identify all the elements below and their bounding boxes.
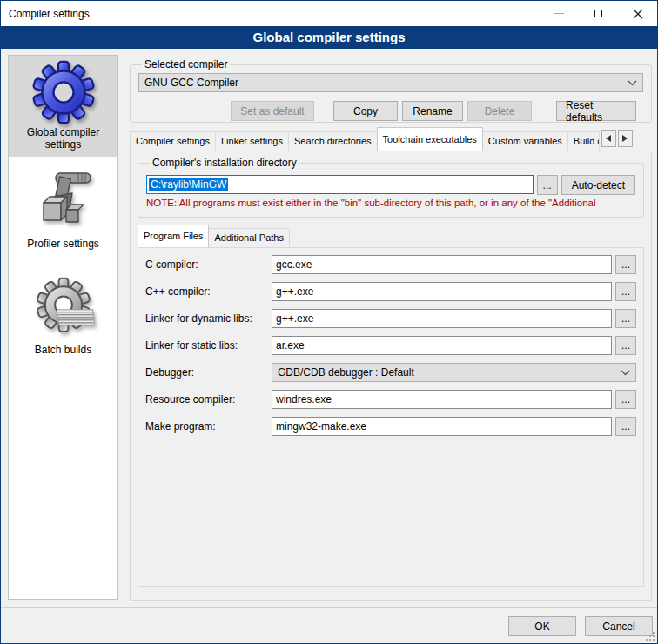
arrow-right-icon xyxy=(621,134,628,143)
static-linker-row: Linker for static libs: ar.exe ... xyxy=(145,336,636,355)
window-controls xyxy=(540,1,657,26)
c-compiler-row: C compiler: gcc.exe ... xyxy=(145,255,636,274)
tab-compiler-settings[interactable]: Compiler settings xyxy=(130,131,216,151)
gear-stack-icon xyxy=(32,274,95,342)
cpp-compiler-label: C++ compiler: xyxy=(145,285,272,298)
tab-scroll-left-button[interactable] xyxy=(601,130,616,147)
settings-category-list: Global compiler settings Profil xyxy=(8,55,118,600)
tab-build-options[interactable]: Build options xyxy=(567,131,600,151)
tab-search-directories[interactable]: Search directories xyxy=(288,131,378,151)
auto-detect-button[interactable]: Auto-detect xyxy=(561,175,635,195)
resource-compiler-browse-button[interactable]: ... xyxy=(615,390,636,409)
window-title: Compiler settings xyxy=(9,8,90,20)
make-program-browse-button[interactable]: ... xyxy=(615,417,636,436)
dialog-buttons: OK Cancel xyxy=(508,616,653,636)
delete-button[interactable]: Delete xyxy=(467,101,532,121)
rename-button[interactable]: Rename xyxy=(402,101,463,121)
debugger-label: Debugger: xyxy=(145,366,272,379)
make-program-row: Make program: mingw32-make.exe ... xyxy=(145,417,636,436)
footer-divider xyxy=(1,607,657,608)
sidebar-item-label: Global compiler settings xyxy=(11,126,115,151)
make-program-input[interactable]: mingw32-make.exe xyxy=(272,417,612,436)
titlebar[interactable]: Compiler settings xyxy=(1,1,657,26)
debugger-row: Debugger: GDB/CDB debugger : Default xyxy=(145,363,636,382)
close-icon xyxy=(633,9,643,19)
c-compiler-browse-button[interactable]: ... xyxy=(615,255,636,274)
chevron-down-icon xyxy=(621,370,630,376)
minimize-icon xyxy=(554,13,564,14)
resize-grip-icon[interactable] xyxy=(645,631,655,641)
copy-button[interactable]: Copy xyxy=(333,101,398,121)
main-panel: Selected compiler GNU GCC Compiler Set a… xyxy=(128,55,654,601)
chevron-down-icon xyxy=(628,80,637,86)
sidebar-item-batch-builds[interactable]: Batch builds xyxy=(9,270,118,362)
make-program-label: Make program: xyxy=(145,420,272,433)
tab-linker-settings[interactable]: Linker settings xyxy=(215,131,289,151)
sidebar-item-label: Batch builds xyxy=(35,344,91,356)
program-files-page: C compiler: gcc.exe ... C++ compiler: g+… xyxy=(138,247,644,587)
executables-tab-strip: Program Files Additional Paths xyxy=(138,225,290,247)
install-dir-input[interactable]: C:\raylib\MinGW xyxy=(146,175,534,194)
page-title: Global compiler settings xyxy=(1,26,657,49)
sidebar-item-label: Profiler settings xyxy=(27,238,99,250)
maximize-icon xyxy=(594,10,602,17)
compiler-select[interactable]: GNU GCC Compiler xyxy=(138,73,643,92)
dynamic-linker-label: Linker for dynamic libs: xyxy=(145,312,272,325)
dynamic-linker-browse-button[interactable]: ... xyxy=(615,309,636,328)
installation-directory-group: Compiler's installation directory C:\ray… xyxy=(138,157,644,218)
cpp-compiler-browse-button[interactable]: ... xyxy=(615,282,636,301)
install-dir-selected-text: C:\raylib\MinGW xyxy=(149,178,228,191)
c-compiler-label: C compiler: xyxy=(145,258,272,271)
selected-compiler-legend: Selected compiler xyxy=(142,58,230,70)
set-as-default-button[interactable]: Set as default xyxy=(231,101,314,121)
maximize-button[interactable] xyxy=(579,1,618,26)
tab-scroll-buttons xyxy=(601,130,633,147)
compiler-buttons-row: Set as default Copy Rename Delete Reset … xyxy=(138,101,643,121)
cpp-compiler-row: C++ compiler: g++.exe ... xyxy=(145,282,636,301)
debugger-select-value: GDB/CDB debugger : Default xyxy=(278,366,414,379)
main-tab-strip: Compiler settings Linker settings Search… xyxy=(130,127,652,151)
sidebar-item-profiler-settings[interactable]: Profiler settings xyxy=(9,164,118,256)
toolchain-executables-page: Compiler's installation directory C:\ray… xyxy=(130,151,652,601)
selected-compiler-group: Selected compiler GNU GCC Compiler Set a… xyxy=(130,58,652,123)
compiler-select-value: GNU GCC Compiler xyxy=(144,77,238,89)
static-linker-browse-button[interactable]: ... xyxy=(615,336,636,355)
caliper-profiler-icon xyxy=(33,168,94,236)
installation-directory-row: C:\raylib\MinGW ... Auto-detect xyxy=(146,175,635,194)
installation-directory-legend: Compiler's installation directory xyxy=(150,157,299,169)
tab-toolchain-executables[interactable]: Toolchain executables xyxy=(377,127,483,151)
cancel-button[interactable]: Cancel xyxy=(585,616,653,636)
tab-additional-paths[interactable]: Additional Paths xyxy=(208,228,290,246)
minimize-button[interactable] xyxy=(540,1,579,26)
tab-scroll-right-button[interactable] xyxy=(618,130,633,147)
static-linker-label: Linker for static libs: xyxy=(145,339,272,352)
resource-compiler-input[interactable]: windres.exe xyxy=(272,390,612,409)
cpp-compiler-input[interactable]: g++.exe xyxy=(272,282,612,301)
static-linker-input[interactable]: ar.exe xyxy=(272,336,612,355)
ok-button[interactable]: OK xyxy=(508,616,576,636)
resource-compiler-row: Resource compiler: windres.exe ... xyxy=(145,390,636,409)
bin-subdirectory-note: NOTE: All programs must exist either in … xyxy=(146,198,635,208)
tab-custom-variables[interactable]: Custom variables xyxy=(482,131,568,151)
resource-compiler-label: Resource compiler: xyxy=(145,393,272,406)
reset-defaults-button[interactable]: Reset defaults xyxy=(556,101,636,121)
c-compiler-input[interactable]: gcc.exe xyxy=(272,255,612,274)
dynamic-linker-input[interactable]: g++.exe xyxy=(272,309,612,328)
arrow-left-icon xyxy=(605,134,612,143)
compiler-settings-dialog: Compiler settings Global compiler settin… xyxy=(0,0,658,644)
tab-program-files[interactable]: Program Files xyxy=(138,225,209,247)
sidebar-item-global-compiler-settings[interactable]: Global compiler settings xyxy=(9,56,118,157)
close-button[interactable] xyxy=(618,1,657,26)
dynamic-linker-row: Linker for dynamic libs: g++.exe ... xyxy=(145,309,636,328)
install-dir-browse-button[interactable]: ... xyxy=(537,175,558,195)
debugger-select[interactable]: GDB/CDB debugger : Default xyxy=(272,363,636,382)
gear-blue-icon xyxy=(31,60,96,124)
